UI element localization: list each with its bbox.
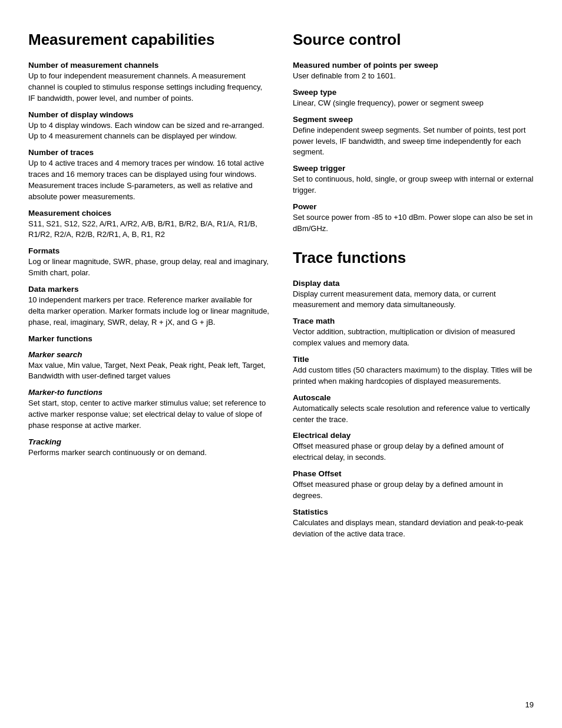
marker-to-functions-title: Marker-to functions (28, 388, 269, 397)
sweep-type-body: Linear, CW (single frequency), power or … (293, 98, 534, 109)
power-title: Power (293, 202, 534, 211)
display-data-body: Display current measurement data, memory… (293, 289, 534, 311)
tracking-body: Performs marker search continuously or o… (28, 447, 269, 459)
section-title-feature: Title Add custom titles (50 characters m… (293, 349, 534, 387)
section-data-markers: Data markers 10 independent markers per … (28, 279, 269, 328)
section-power: Power Set source power from -85 to +10 d… (293, 196, 534, 235)
segment-sweep-body: Define independent sweep segments. Set n… (293, 125, 534, 159)
section-sweep-type: Sweep type Linear, CW (single frequency)… (293, 82, 534, 109)
electrical-delay-body: Offset measured phase or group delay by … (293, 441, 534, 463)
page-number: 19 (525, 700, 534, 709)
num-channels-title: Number of measurement channels (28, 61, 269, 70)
segment-sweep-title: Segment sweep (293, 115, 534, 124)
title-feature-title: Title (293, 355, 534, 364)
section-points-per-sweep: Measured number of points per sweep User… (293, 55, 534, 82)
trace-math-body: Vector addition, subtraction, multiplica… (293, 327, 534, 349)
section-segment-sweep: Segment sweep Define independent sweep s… (293, 109, 534, 159)
left-column: Measurement capabilities Number of measu… (28, 28, 269, 539)
measurement-choices-body: S11, S21, S12, S22, A/R1, A/R2, A/B, B/R… (28, 219, 269, 241)
num-traces-title: Number of traces (28, 148, 269, 157)
section-marker-to-functions: Marker-to functions Set start, stop, cen… (28, 382, 269, 431)
section-electrical-delay: Electrical delay Offset measured phase o… (293, 425, 534, 463)
electrical-delay-title: Electrical delay (293, 431, 534, 440)
phase-offset-title: Phase Offset (293, 469, 534, 478)
section-marker-functions: Marker functions (28, 328, 269, 344)
section-num-traces: Number of traces Up to 4 active traces a… (28, 142, 269, 202)
section-trace-math: Trace math Vector addition, subtraction,… (293, 311, 534, 349)
source-control-title: Source control (293, 31, 534, 49)
section-autoscale: Autoscale Automatically selects scale re… (293, 387, 534, 426)
data-markers-title: Data markers (28, 285, 269, 294)
sweep-type-title: Sweep type (293, 88, 534, 97)
marker-functions-title: Marker functions (28, 334, 269, 343)
section-display-windows: Number of display windows Up to 4 displa… (28, 104, 269, 143)
section-tracking: Tracking Performs marker search continuo… (28, 431, 269, 459)
section-marker-search: Marker search Max value, Min value, Targ… (28, 344, 269, 383)
phase-offset-body: Offset measured phase or group delay by … (293, 479, 534, 502)
trace-functions-title: Trace functions (293, 249, 534, 267)
power-body: Set source power from -85 to +10 dBm. Po… (293, 212, 534, 235)
formats-body: Log or linear magnitude, SWR, phase, gro… (28, 256, 269, 279)
marker-search-title: Marker search (28, 350, 269, 359)
num-traces-body: Up to 4 active traces and 4 memory trace… (28, 158, 269, 202)
section-num-channels: Number of measurement channels Up to fou… (28, 55, 269, 104)
points-per-sweep-body: User definable from 2 to 1601. (293, 71, 534, 82)
section-measurement-choices: Measurement choices S11, S21, S12, S22, … (28, 203, 269, 241)
statistics-body: Calculates and displays mean, standard d… (293, 518, 534, 540)
autoscale-body: Automatically selects scale resolution a… (293, 403, 534, 426)
sweep-trigger-title: Sweep trigger (293, 164, 534, 173)
page: Measurement capabilities Number of measu… (0, 0, 562, 568)
tracking-title: Tracking (28, 437, 269, 446)
section-statistics: Statistics Calculates and displays mean,… (293, 502, 534, 540)
title-feature-body: Add custom titles (50 characters maximum… (293, 365, 534, 387)
trace-math-title: Trace math (293, 317, 534, 325)
points-per-sweep-title: Measured number of points per sweep (293, 61, 534, 70)
marker-to-functions-body: Set start, stop, center to active marker… (28, 398, 269, 431)
autoscale-title: Autoscale (293, 393, 534, 402)
formats-title: Formats (28, 246, 269, 255)
section-sweep-trigger: Sweep trigger Set to continuous, hold, s… (293, 158, 534, 196)
display-data-title: Display data (293, 279, 534, 288)
section-display-data: Display data Display current measurement… (293, 273, 534, 311)
marker-search-body: Max value, Min value, Target, Next Peak,… (28, 360, 269, 383)
measurement-capabilities-title: Measurement capabilities (28, 31, 269, 49)
num-channels-body: Up to four independent measurement chann… (28, 71, 269, 104)
sweep-trigger-body: Set to continuous, hold, single, or grou… (293, 174, 534, 196)
right-column: Source control Measured number of points… (293, 28, 534, 539)
statistics-title: Statistics (293, 508, 534, 516)
section-phase-offset: Phase Offset Offset measured phase or gr… (293, 463, 534, 502)
section-formats: Formats Log or linear magnitude, SWR, ph… (28, 241, 269, 279)
measurement-choices-title: Measurement choices (28, 209, 269, 218)
display-windows-title: Number of display windows (28, 110, 269, 119)
display-windows-body: Up to 4 display windows. Each window can… (28, 120, 269, 143)
data-markers-body: 10 independent markers per trace. Refere… (28, 295, 269, 328)
